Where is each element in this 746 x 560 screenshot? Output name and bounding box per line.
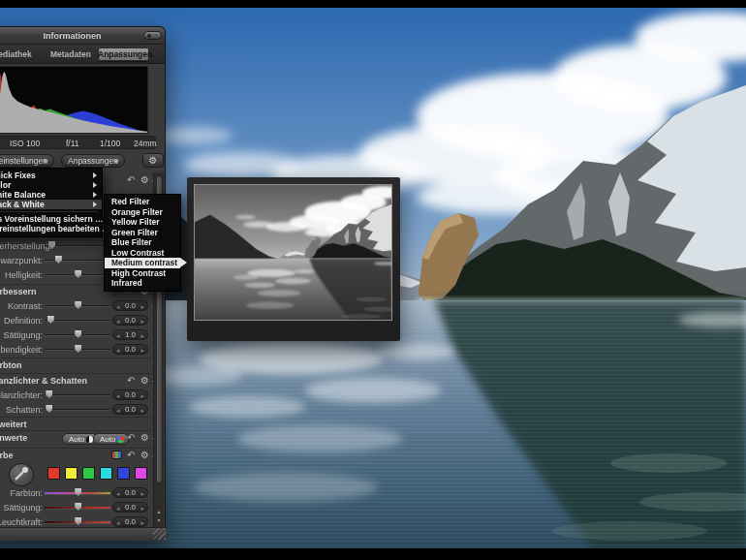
gear-icon[interactable]: ⚙ [140,432,149,443]
submenu-item-medium-contrast[interactable]: Medium contrast [105,258,180,268]
histogram [0,66,148,134]
highlights-shadows-section-header: Glanzlichter & Schatten ↶ ⚙ [0,373,152,387]
swatch-red[interactable] [47,467,60,480]
exif-info-bar: ISO 100 f/11 1/100 24mm [0,136,156,149]
kontrast-value-stepper[interactable]: ◂0.0▸ [112,300,148,311]
menu-item-color[interactable]: Color [0,180,102,190]
menu-item-quick-fixes[interactable]: Quick Fixes [0,171,102,180]
slider-row-farb-saettigung: Sättigung: ◂0.0▸ [0,500,152,514]
swatch-magenta[interactable] [135,467,147,480]
color-section-header: Farbe ↶ ⚙ [0,448,152,461]
exif-focal-length: 24mm [134,139,157,148]
gear-icon[interactable]: ⚙ [140,375,149,386]
slider-row-definition: Definition: ◂0.0▸ [0,313,152,327]
menu-item-edit-presets[interactable]: Voreinstellungen bearbeiten … [0,224,102,233]
panel-bottom-bar [0,527,167,541]
histogram-luminance [0,72,147,133]
submenu-item-orange-filter[interactable]: Orange Filter [105,207,180,218]
expanded-color-view-icon[interactable] [111,451,122,459]
swatch-blue[interactable] [117,467,130,480]
schatten-slider[interactable] [45,409,110,411]
tab-mediathek[interactable]: Mediathek [0,47,44,61]
submenu-item-high-contrast[interactable]: High Contrast [105,268,180,279]
letterbox-top [0,0,746,8]
undo-icon[interactable]: ↶ [127,450,135,460]
menu-item-white-balance[interactable]: White Balance [0,190,102,200]
farb-saettigung-value-stepper[interactable]: ◂0.0▸ [112,502,148,513]
submenu-arrow-icon [93,202,97,207]
swatch-green[interactable] [82,467,95,480]
lebendigkeit-value-stepper[interactable]: ◂0.0▸ [112,344,148,355]
slider-row-schatten: Schatten: ◂0.0▸ [0,402,152,417]
tab-metadaten[interactable]: Metadaten [46,47,96,61]
tab-anpassungen[interactable]: Anpassungen [98,47,149,61]
bw-preview-popover [187,177,400,341]
menu-item-black-and-white[interactable]: Black & White [0,200,102,209]
submenu-arrow-icon [93,172,97,178]
black-and-white-submenu: Red Filter Orange Filter Yellow Filter G… [104,194,181,292]
submenu-arrow-icon [93,192,97,198]
farb-saettigung-slider[interactable] [45,507,110,510]
panel-gear-button[interactable]: ⚙ [142,153,164,168]
submenu-item-low-contrast[interactable]: Low Contrast [105,248,180,259]
rgb-icon [117,436,124,443]
swatch-cyan[interactable] [100,467,112,480]
exif-shutter: 1/100 [100,139,120,148]
advanced-section-header: Erweitert [0,417,152,430]
definition-slider[interactable] [45,320,110,322]
undo-icon[interactable]: ↶ [127,174,135,185]
chevron-down-icon [113,160,119,164]
gear-icon[interactable]: ⚙ [140,450,149,460]
undo-icon[interactable]: ↶ [127,375,135,386]
farbton-value-stepper[interactable]: ◂0.0▸ [112,487,148,498]
slider-row-saettigung: Sättigung: ◂1.0▸ [0,327,152,342]
panel-tabs: Mediathek Metadaten Anpassungen [0,45,165,64]
leuchtkraft-value-stepper[interactable]: ◂0.0▸ [112,516,148,527]
leuchtkraft-slider[interactable] [45,521,110,524]
presets-menu: Quick Fixes Color White Balance Black & … [0,168,103,237]
wiederherstellung-slider[interactable] [45,245,110,247]
slider-row-glanzlichter: Glanzlichter: ◂0.0▸ [0,388,152,402]
undo-icon[interactable]: ↶ [127,432,135,443]
submenu-item-red-filter[interactable]: Red Filter [105,197,180,207]
menu-item-save-preset[interactable]: Als Voreinstellung sichern … [0,214,102,224]
exif-aperture: f/11 [66,139,79,148]
schwarzpunkt-slider[interactable] [45,260,110,262]
saettigung-slider[interactable] [45,334,110,336]
window-controls[interactable] [143,31,162,40]
chevron-down-icon [43,160,48,164]
color-swatch-row [0,463,152,486]
menu-separator [0,211,98,212]
adjustments-dropdown[interactable]: Anpassungen [61,154,125,168]
kontrast-slider[interactable] [45,305,110,307]
farbton-slider[interactable] [45,492,110,495]
submenu-item-yellow-filter[interactable]: Yellow Filter [105,217,180,228]
gear-icon[interactable]: ⚙ [140,174,149,185]
panel-title: Informationen [0,31,165,41]
levels-section-header: Tonwerte Auto Auto ↶ ⚙ [0,430,152,444]
resize-grip[interactable] [153,528,166,540]
submenu-item-infrared[interactable]: Infrared [105,278,180,289]
submenu-arrow-icon [93,182,97,188]
auto-rgb-button[interactable]: Auto [93,433,129,445]
glanzlichter-slider[interactable] [45,394,110,396]
glanzlichter-value-stepper[interactable]: ◂0.0▸ [112,389,148,400]
panel-titlebar[interactable]: Informationen [0,27,165,45]
water-ripples [195,259,391,321]
submenu-item-green-filter[interactable]: Green Filter [105,228,180,238]
scrollbar-arrows[interactable]: ▲▼ [153,508,164,527]
saettigung-value-stepper[interactable]: ◂1.0▸ [112,329,148,340]
helligkeit-slider[interactable] [45,274,110,276]
schatten-value-stepper[interactable]: ◂0.0▸ [112,404,148,415]
background-photo-scene [195,185,391,321]
eyedropper-button[interactable] [9,463,34,486]
swatch-yellow[interactable] [65,467,78,480]
lebendigkeit-slider[interactable] [45,349,110,351]
slider-row-kontrast: Kontrast: ◂0.0▸ [0,298,152,313]
letterbox-bottom [0,548,746,560]
definition-value-stepper[interactable]: ◂0.0▸ [112,315,148,326]
submenu-item-blue-filter[interactable]: Blue Filter [105,237,180,248]
preview-image-viewport [194,184,392,321]
exif-iso: ISO 100 [10,139,40,148]
presets-dropdown[interactable]: Voreinstellungen [0,154,54,168]
